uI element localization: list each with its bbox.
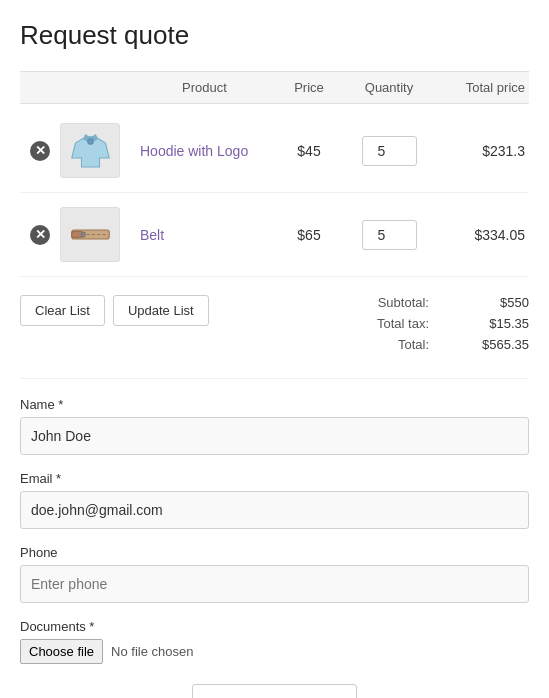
name-input[interactable] [20,417,529,455]
phone-label: Phone [20,545,529,560]
documents-group: Documents * Choose file No file chosen [20,619,529,664]
email-input[interactable] [20,491,529,529]
documents-label: Documents * [20,619,529,634]
col-header-quantity: Quantity [349,80,429,95]
tax-label: Total tax: [377,316,429,331]
submit-row: Request a quote [20,684,529,698]
summary-table: Subtotal: $550 Total tax: $15.35 Total: … [377,295,529,358]
phone-group: Phone [20,545,529,603]
page-title: Request quote [20,20,529,51]
file-input-row: Choose file No file chosen [20,639,529,664]
col-header-product: Product [140,80,269,95]
table-header: Product Price Quantity Total price [20,71,529,104]
phone-input[interactable] [20,565,529,603]
remove-item-button[interactable]: ✕ [30,141,50,161]
product-price: $45 [269,143,349,159]
product-name-link[interactable]: Belt [140,227,164,243]
tax-row: Total tax: $15.35 [377,316,529,331]
choose-file-button[interactable]: Choose file [20,639,103,664]
product-thumbnail [60,207,120,262]
email-label: Email * [20,471,529,486]
name-group: Name * [20,397,529,455]
clear-list-button[interactable]: Clear List [20,295,105,326]
svg-rect-5 [81,232,85,237]
svg-point-0 [87,139,93,145]
actions-summary: Clear List Update List Subtotal: $550 To… [20,295,529,358]
product-name-link[interactable]: Hoodie with Logo [140,143,248,159]
product-total: $334.05 [429,227,529,243]
name-label: Name * [20,397,529,412]
action-buttons: Clear List Update List [20,295,209,326]
quantity-input[interactable] [362,136,417,166]
subtotal-value: $550 [469,295,529,310]
total-label: Total: [398,337,429,352]
total-value: $565.35 [469,337,529,352]
col-header-total: Total price [429,80,529,95]
product-total: $231.3 [429,143,529,159]
quantity-col [349,136,429,166]
col-header-price: Price [269,80,349,95]
form-section: Name * Email * Phone Documents * Choose … [20,378,529,664]
table-row: ✕ Hoodie with Logo $45 $231.3 [20,109,529,193]
remove-item-button[interactable]: ✕ [30,225,50,245]
product-thumbnail [60,123,120,178]
tax-value: $15.35 [469,316,529,331]
quantity-input[interactable] [362,220,417,250]
product-price: $65 [269,227,349,243]
quantity-col [349,220,429,250]
email-group: Email * [20,471,529,529]
update-list-button[interactable]: Update List [113,295,209,326]
table-row: ✕ Belt $65 $334.05 [20,193,529,277]
no-file-text: No file chosen [111,644,193,659]
total-row: Total: $565.35 [377,337,529,352]
subtotal-row: Subtotal: $550 [377,295,529,310]
request-quote-button[interactable]: Request a quote [192,684,357,698]
subtotal-label: Subtotal: [378,295,429,310]
